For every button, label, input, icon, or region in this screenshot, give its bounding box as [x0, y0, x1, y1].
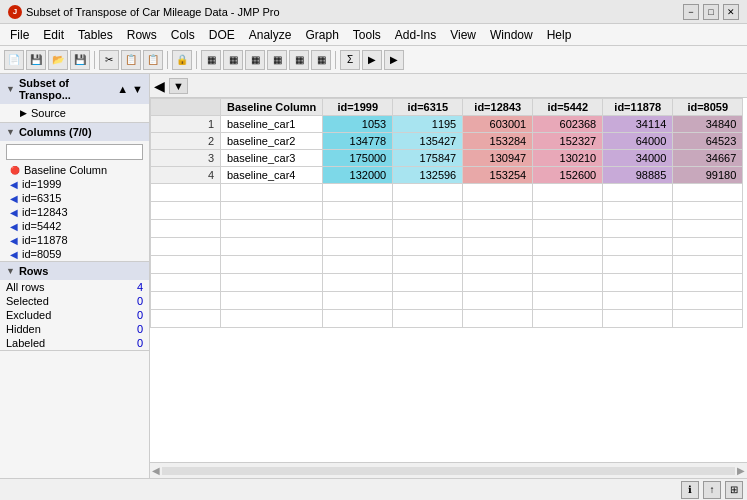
col-header-id12843[interactable]: id=12843	[463, 99, 533, 116]
menu-item-add-ins[interactable]: Add-Ins	[389, 26, 442, 44]
col-header-id6315[interactable]: id=6315	[393, 99, 463, 116]
empty-cell	[221, 292, 323, 310]
rows-stat-row: Hidden0	[0, 322, 149, 336]
empty-cell	[323, 220, 393, 238]
toolbar-btn-17[interactable]: ▶	[384, 50, 404, 70]
empty-cell	[463, 310, 533, 328]
toolbar-btn-7[interactable]: 📋	[143, 50, 163, 70]
columns-list: 🔴Baseline Column◀id=1999◀id=6315◀id=1284…	[0, 163, 149, 261]
empty-cell	[221, 310, 323, 328]
toolbar-btn-1[interactable]: 📄	[4, 50, 24, 70]
empty-cell	[323, 292, 393, 310]
toolbar-btn-10[interactable]: ▦	[223, 50, 243, 70]
grid-view-button[interactable]: ⊞	[725, 481, 743, 499]
column-item-id-11878[interactable]: ◀id=11878	[0, 233, 149, 247]
table-section-label: Subset of Transpo...	[19, 77, 113, 101]
filter-icon[interactable]: ▼	[169, 78, 188, 94]
col-header-baseline[interactable]: Baseline Column	[221, 99, 323, 116]
source-item[interactable]: ▶ Source	[0, 104, 149, 122]
empty-cell	[323, 184, 393, 202]
empty-cell	[463, 238, 533, 256]
menu-item-view[interactable]: View	[444, 26, 482, 44]
empty-cell	[323, 310, 393, 328]
col-header-id8059[interactable]: id=8059	[673, 99, 743, 116]
toolbar-btn-6[interactable]: 📋	[121, 50, 141, 70]
menu-item-graph[interactable]: Graph	[299, 26, 344, 44]
menu-item-tables[interactable]: Tables	[72, 26, 119, 44]
info-button[interactable]: ℹ	[681, 481, 699, 499]
menu-item-window[interactable]: Window	[484, 26, 539, 44]
triangle-icon-small: ▶	[20, 108, 27, 118]
close-button[interactable]: ✕	[723, 4, 739, 20]
column-item-baseline-column[interactable]: 🔴Baseline Column	[0, 163, 149, 177]
maximize-button[interactable]: □	[703, 4, 719, 20]
col-header-id5442[interactable]: id=5442	[533, 99, 603, 116]
data-cell: 34840	[673, 116, 743, 133]
rows-stat-value: 0	[113, 336, 149, 350]
window-controls[interactable]: − □ ✕	[683, 4, 739, 20]
menu-item-doe[interactable]: DOE	[203, 26, 241, 44]
row-number: 1	[151, 116, 221, 133]
data-cell: 175000	[323, 150, 393, 167]
toolbar-btn-11[interactable]: ▦	[245, 50, 265, 70]
col-header-id1999[interactable]: id=1999	[323, 99, 393, 116]
empty-cell	[463, 274, 533, 292]
grid-scroll-area[interactable]: Baseline Columnid=1999id=6315id=12843id=…	[150, 98, 747, 462]
column-item-id-8059[interactable]: ◀id=8059	[0, 247, 149, 261]
data-cell: 34667	[673, 150, 743, 167]
col-header-id11878[interactable]: id=11878	[603, 99, 673, 116]
menu-item-cols[interactable]: Cols	[165, 26, 201, 44]
menu-item-edit[interactable]: Edit	[37, 26, 70, 44]
horizontal-scrollbar[interactable]: ◀ ▶	[150, 462, 747, 478]
column-type-icon: ◀	[10, 207, 18, 218]
toolbar-btn-15[interactable]: Σ	[340, 50, 360, 70]
columns-section-header[interactable]: ▼ Columns (7/0)	[0, 123, 149, 141]
menu-item-file[interactable]: File	[4, 26, 35, 44]
column-item-id-6315[interactable]: ◀id=6315	[0, 191, 149, 205]
table-row: 2baseline_car213477813542715328415232764…	[151, 133, 743, 150]
col-header-rownum[interactable]	[151, 99, 221, 116]
empty-cell	[221, 274, 323, 292]
empty-cell	[151, 202, 221, 220]
up-button[interactable]: ↑	[703, 481, 721, 499]
rows-stat-value: 0	[113, 294, 149, 308]
back-arrow-icon[interactable]: ◀	[154, 78, 165, 94]
toolbar-btn-8[interactable]: 🔒	[172, 50, 192, 70]
column-item-id-12843[interactable]: ◀id=12843	[0, 205, 149, 219]
column-type-icon: 🔴	[10, 166, 20, 175]
menu-item-tools[interactable]: Tools	[347, 26, 387, 44]
menu-item-help[interactable]: Help	[541, 26, 578, 44]
toolbar-btn-13[interactable]: ▦	[289, 50, 309, 70]
triangle-icon: ▼	[6, 84, 15, 94]
toolbar-btn-2[interactable]: 💾	[26, 50, 46, 70]
toolbar-btn-16[interactable]: ▶	[362, 50, 382, 70]
table-section-header[interactable]: ▼ Subset of Transpo... ▲ ▼	[0, 74, 149, 104]
sep1	[94, 51, 95, 69]
empty-cell	[151, 184, 221, 202]
grid-area: ◀ ▼ Baseline Columnid=1999id=6315id=1284…	[150, 74, 747, 478]
toolbar-btn-14[interactable]: ▦	[311, 50, 331, 70]
empty-cell	[463, 184, 533, 202]
scroll-up-icon[interactable]: ▲	[117, 83, 128, 95]
column-search-input[interactable]	[6, 144, 143, 160]
toolbar-btn-12[interactable]: ▦	[267, 50, 287, 70]
column-type-icon: ◀	[10, 221, 18, 232]
empty-row	[151, 220, 743, 238]
toolbar-btn-4[interactable]: 💾	[70, 50, 90, 70]
empty-cell	[603, 292, 673, 310]
minimize-button[interactable]: −	[683, 4, 699, 20]
menu-item-analyze[interactable]: Analyze	[243, 26, 298, 44]
empty-cell	[393, 220, 463, 238]
toolbar-btn-5[interactable]: ✂	[99, 50, 119, 70]
menu-item-rows[interactable]: Rows	[121, 26, 163, 44]
column-item-id-1999[interactable]: ◀id=1999	[0, 177, 149, 191]
toolbar-btn-9[interactable]: ▦	[201, 50, 221, 70]
rows-section-header[interactable]: ▼ Rows	[0, 262, 149, 280]
row-number: 4	[151, 167, 221, 184]
scroll-down-icon[interactable]: ▼	[132, 83, 143, 95]
column-name-label: id=6315	[22, 192, 61, 204]
toolbar-btn-3[interactable]: 📂	[48, 50, 68, 70]
column-item-id-5442[interactable]: ◀id=5442	[0, 219, 149, 233]
empty-cell	[463, 202, 533, 220]
column-name-label: id=1999	[22, 178, 61, 190]
